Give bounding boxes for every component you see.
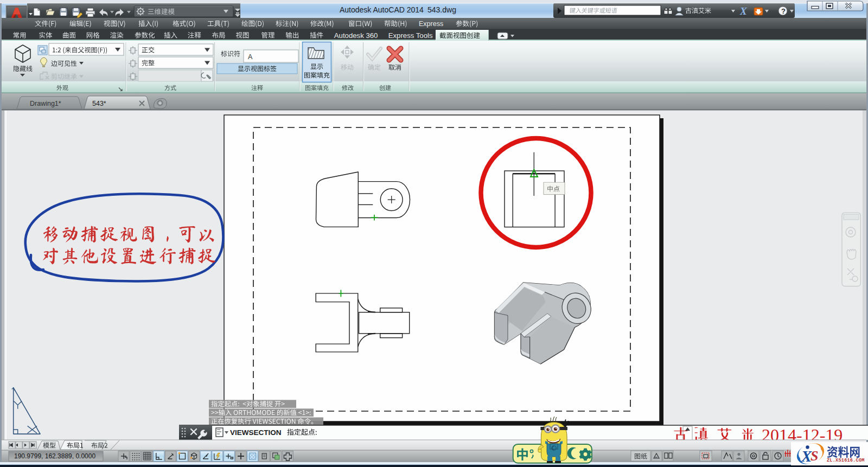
- svg-text:?: ?: [781, 7, 786, 15]
- svg-text:Autodesk 360: Autodesk 360: [334, 31, 378, 40]
- svg-text:543.dwg: 543.dwg: [427, 5, 456, 14]
- svg-text:543*: 543*: [92, 100, 106, 107]
- svg-text:190.9799, 162.3889, 0.0000: 190.9799, 162.3889, 0.0000: [14, 452, 95, 460]
- svg-text:A: A: [248, 53, 253, 61]
- svg-text:S: S: [810, 448, 818, 464]
- svg-text:VIEWSECTION: VIEWSECTION: [230, 428, 282, 437]
- svg-text:ZL.XS1616.COM: ZL.XS1616.COM: [827, 458, 865, 463]
- svg-text:Express Tools: Express Tools: [388, 31, 433, 40]
- svg-text:X: X: [739, 5, 748, 17]
- svg-text:Autodesk AutoCAD 2014: Autodesk AutoCAD 2014: [340, 5, 424, 14]
- svg-text:Drawing1*: Drawing1*: [30, 100, 61, 107]
- svg-text:Express: Express: [419, 20, 443, 28]
